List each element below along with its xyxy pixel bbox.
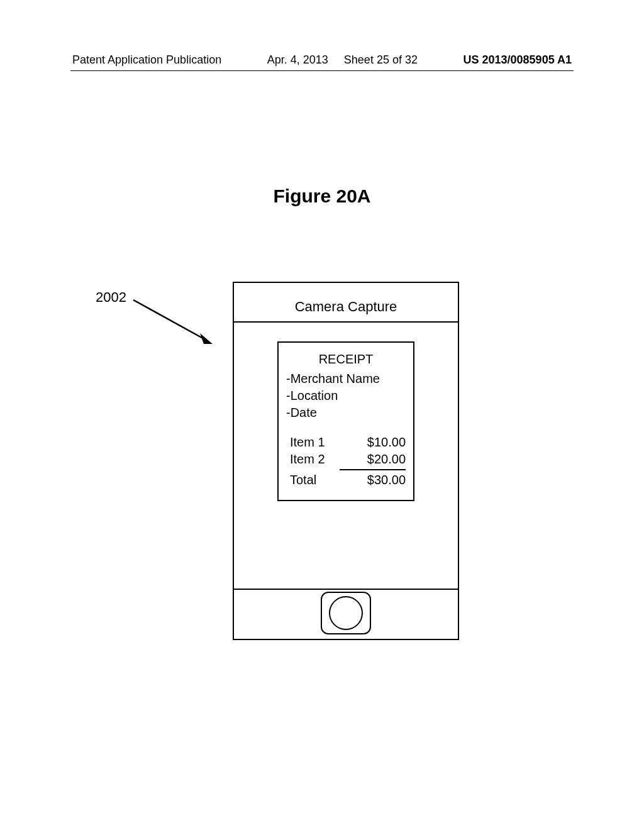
item-label: Item 2 [290,452,325,467]
receipt-items: Item 1 $10.00 Item 2 $20.00 Total $30.00 [286,434,406,489]
page-header: Patent Application Publication Apr. 4, 2… [0,53,644,67]
item-price: $20.00 [367,452,406,467]
reference-number: 2002 [96,289,126,306]
shutter-circle-icon [329,596,363,630]
header-divider [70,70,574,71]
phone-title-divider [234,321,458,323]
receipt-field-location: -Location [286,389,406,403]
figure-title: Figure 20A [0,185,644,207]
receipt-field-merchant: -Merchant Name [286,372,406,386]
receipt-total-divider [340,469,406,470]
receipt-total-row: Total $30.00 [286,472,406,489]
receipt-box: RECEIPT -Merchant Name -Location -Date I… [277,341,414,501]
phone-bottom-divider [234,589,458,590]
receipt-item-row: Item 1 $10.00 [286,434,406,451]
reference-arrow-icon [132,299,214,346]
header-pubnum: US 2013/0085905 A1 [464,53,572,67]
svg-marker-1 [200,333,213,344]
header-sheet: Sheet 25 of 32 [344,53,418,66]
total-price: $30.00 [367,473,406,487]
receipt-heading: RECEIPT [286,352,406,367]
total-label: Total [290,473,316,487]
header-date: Apr. 4, 2013 [267,53,328,66]
receipt-field-date: -Date [286,406,406,420]
receipt-item-row: Item 2 $20.00 [286,451,406,468]
camera-shutter-button[interactable] [321,592,371,634]
item-price: $10.00 [367,435,406,450]
phone-frame: Camera Capture RECEIPT -Merchant Name -L… [233,282,459,640]
item-label: Item 1 [290,435,325,450]
phone-screen-title: Camera Capture [234,283,458,321]
header-publication: Patent Application Publication [72,53,221,67]
header-center: Apr. 4, 2013 Sheet 25 of 32 [267,53,418,67]
svg-line-0 [133,300,206,340]
